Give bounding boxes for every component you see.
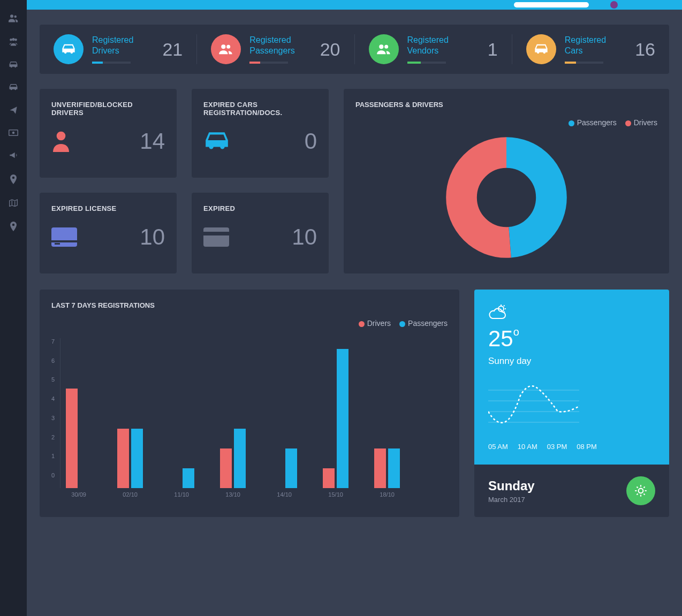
stats-row: Registered Drivers 21 Registered Passeng… bbox=[40, 25, 669, 74]
donut-legend: Passengers Drivers bbox=[355, 118, 657, 127]
card-title: EXPIRED LICENSE bbox=[51, 204, 165, 212]
card-expired[interactable]: EXPIRED 10 bbox=[192, 193, 329, 273]
card-icon bbox=[51, 227, 77, 247]
stat-drivers[interactable]: Registered Drivers 21 bbox=[40, 34, 197, 64]
stat-label: Registered Passengers bbox=[249, 35, 311, 56]
svg-point-0 bbox=[10, 14, 13, 18]
card-title: EXPIRED CARS REGISTRATION/DOCS. bbox=[203, 101, 317, 117]
stat-label: Registered Drivers bbox=[92, 35, 154, 56]
bar-legend: Drivers Passengers bbox=[51, 319, 448, 328]
stat-value: 16 bbox=[635, 39, 655, 60]
legend-passengers: Passengers bbox=[577, 118, 617, 127]
weather-hours: 05 AM10 AM03 PM08 PM bbox=[488, 443, 655, 451]
stat-value: 21 bbox=[162, 39, 183, 60]
user-icon bbox=[51, 131, 71, 152]
weather-temp: 25o bbox=[488, 326, 655, 352]
stat-vendors[interactable]: Registered Vendors 1 bbox=[355, 34, 512, 64]
stat-label: Registered Vendors bbox=[407, 35, 479, 56]
card-title: UNVERIFIED/BLOCKED DRIVERS bbox=[51, 101, 165, 117]
svg-point-6 bbox=[12, 132, 15, 134]
weather-icon bbox=[488, 303, 655, 320]
panel-title: LAST 7 DAYS REGISTRATIONS bbox=[51, 301, 448, 309]
nav-pin-icon[interactable] bbox=[10, 174, 17, 184]
car-icon bbox=[54, 34, 84, 64]
legend-drivers: Drivers bbox=[634, 118, 657, 127]
panel-title: PASSENGERS & DRIVERS bbox=[355, 101, 657, 109]
card-expired-cars[interactable]: EXPIRED CARS REGISTRATION/DOCS. 0 bbox=[192, 89, 329, 178]
card-value: 10 bbox=[140, 224, 165, 250]
weather-footer: Sunday March 2017 bbox=[474, 465, 669, 517]
svg-point-8 bbox=[226, 45, 230, 49]
svg-point-11 bbox=[57, 132, 66, 141]
donut-panel: PASSENGERS & DRIVERS Passengers Drivers bbox=[344, 89, 669, 273]
sidebar bbox=[0, 0, 27, 616]
legend-passengers: Passengers bbox=[408, 319, 448, 328]
nav-pin2-icon[interactable] bbox=[10, 222, 17, 231]
legend-drivers: Drivers bbox=[367, 319, 391, 328]
nav-send-icon[interactable] bbox=[9, 106, 18, 115]
svg-point-24 bbox=[639, 489, 643, 493]
stat-value: 20 bbox=[320, 39, 340, 60]
card-unverified[interactable]: UNVERIFIED/BLOCKED DRIVERS 14 bbox=[40, 89, 177, 178]
stat-value: 1 bbox=[488, 39, 498, 60]
bar-panel: LAST 7 DAYS REGISTRATIONS Drivers Passen… bbox=[40, 290, 459, 517]
car-icon bbox=[203, 131, 230, 151]
svg-point-7 bbox=[222, 44, 226, 49]
svg-rect-15 bbox=[203, 227, 229, 247]
card-value: 10 bbox=[292, 224, 317, 250]
nav-map-icon[interactable] bbox=[9, 199, 18, 207]
search-input[interactable] bbox=[514, 2, 589, 7]
nav-users-icon[interactable] bbox=[9, 14, 18, 22]
user-avatar[interactable] bbox=[610, 1, 618, 9]
nav-car2-icon[interactable] bbox=[9, 83, 18, 91]
svg-rect-16 bbox=[203, 232, 229, 235]
stat-passengers[interactable]: Registered Passengers 20 bbox=[197, 34, 354, 64]
car-icon bbox=[526, 34, 556, 64]
sun-icon bbox=[626, 476, 655, 505]
topbar bbox=[0, 0, 682, 10]
svg-point-10 bbox=[384, 45, 388, 49]
svg-point-9 bbox=[379, 44, 383, 49]
main-content: Registered Drivers 21 Registered Passeng… bbox=[27, 10, 682, 616]
nav-group-icon[interactable] bbox=[9, 37, 18, 46]
weather-date: March 2017 bbox=[488, 496, 535, 504]
weather-desc: Sunny day bbox=[488, 356, 655, 367]
card-value: 14 bbox=[140, 128, 165, 154]
nav-announce-icon[interactable] bbox=[9, 151, 18, 159]
stat-label: Registered Cars bbox=[565, 35, 626, 56]
svg-point-3 bbox=[14, 39, 17, 41]
users-icon bbox=[211, 34, 241, 64]
weather-sparkline bbox=[488, 379, 655, 433]
bar-chart: 76543210 30/0902/1011/1013/1014/1015/101… bbox=[51, 338, 448, 488]
weather-day: Sunday bbox=[488, 478, 535, 493]
weather-card: 25o Sunny day 05 AM10 AM03 PM08 PM bbox=[474, 290, 669, 465]
stat-cars[interactable]: Registered Cars 16 bbox=[512, 34, 669, 64]
users-icon bbox=[369, 34, 399, 64]
card-value: 0 bbox=[305, 128, 317, 154]
nav-money-icon[interactable] bbox=[9, 130, 18, 136]
card-icon bbox=[203, 227, 229, 247]
svg-point-2 bbox=[10, 39, 12, 41]
card-expired-license[interactable]: EXPIRED LICENSE 10 bbox=[40, 193, 177, 273]
nav-car-icon[interactable] bbox=[9, 61, 18, 69]
svg-rect-14 bbox=[55, 243, 60, 245]
svg-rect-13 bbox=[51, 240, 77, 242]
svg-point-4 bbox=[12, 38, 14, 41]
svg-point-1 bbox=[14, 16, 17, 18]
donut-chart bbox=[355, 133, 657, 262]
card-title: EXPIRED bbox=[203, 204, 317, 212]
